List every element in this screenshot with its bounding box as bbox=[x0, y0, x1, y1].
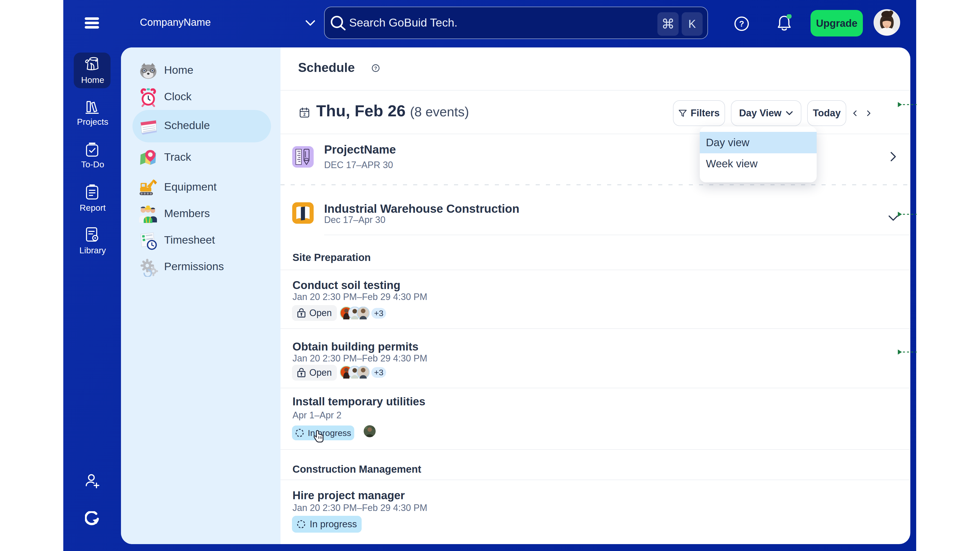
svg-text:?: ? bbox=[739, 19, 744, 28]
svg-text:?: ? bbox=[374, 66, 377, 71]
svg-text:2: 2 bbox=[304, 112, 306, 117]
